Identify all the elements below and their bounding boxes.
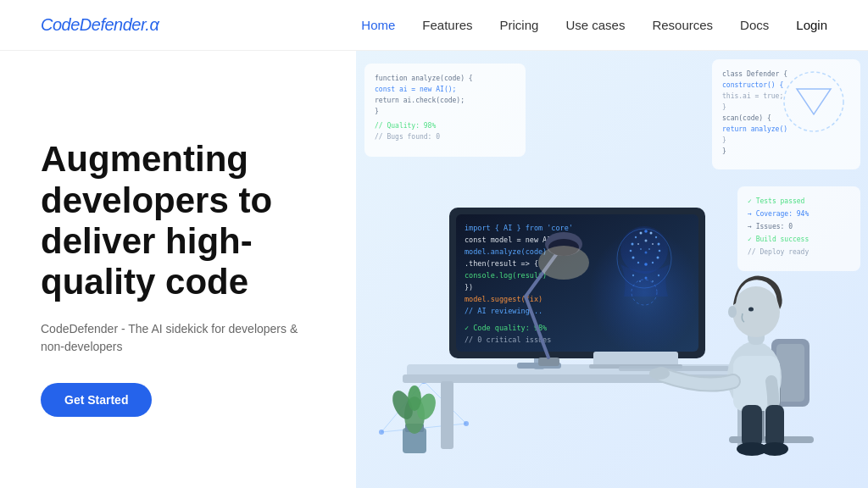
svg-point-95 xyxy=(649,368,670,380)
svg-rect-33 xyxy=(441,381,453,449)
logo-alpha: α xyxy=(149,15,159,34)
hero-svg: function analyze(code) { const ai = new … xyxy=(356,51,868,488)
svg-point-103 xyxy=(761,442,788,456)
svg-text:function analyze(code) {: function analyze(code) { xyxy=(375,75,473,82)
svg-rect-101 xyxy=(765,405,784,447)
svg-point-28 xyxy=(379,430,384,435)
svg-point-74 xyxy=(645,277,648,280)
svg-text:class Defender {: class Defender { xyxy=(722,70,787,78)
svg-point-98 xyxy=(728,306,737,318)
svg-point-54 xyxy=(640,232,643,235)
hero-content: Augmenting developers to deliver high-qu… xyxy=(0,51,356,488)
svg-text:}: } xyxy=(375,108,379,115)
nav-item-pricing[interactable]: Pricing xyxy=(500,18,539,32)
svg-text:}): }) xyxy=(465,283,473,291)
svg-text:import { AI } from 'core': import { AI } from 'core' xyxy=(465,224,573,232)
svg-text:// Quality: 98%: // Quality: 98% xyxy=(375,122,436,130)
logo[interactable]: CodeDefender.α xyxy=(41,15,159,35)
svg-point-65 xyxy=(630,250,632,252)
svg-point-57 xyxy=(655,236,657,238)
svg-point-63 xyxy=(637,262,639,263)
svg-text:model.suggest(fix): model.suggest(fix) xyxy=(465,295,542,303)
svg-point-52 xyxy=(632,243,634,246)
svg-text:.then(result => {: .then(result => { xyxy=(465,259,538,268)
svg-point-67 xyxy=(645,240,648,242)
svg-text:scan(code) {: scan(code) { xyxy=(722,114,771,122)
svg-text:console.log(result): console.log(result) xyxy=(465,271,547,280)
nav-item-features[interactable]: Features xyxy=(422,18,472,32)
svg-point-60 xyxy=(657,257,659,259)
svg-text:const ai = new AI();: const ai = new AI(); xyxy=(375,86,456,93)
header: CodeDefender.α Home Features Pricing Use… xyxy=(0,0,868,51)
svg-text:→ Issues: 0: → Issues: 0 xyxy=(748,223,793,230)
main-nav: Home Features Pricing Use cases Resource… xyxy=(361,18,827,32)
svg-point-30 xyxy=(464,421,469,426)
svg-point-51 xyxy=(620,226,668,274)
svg-point-69 xyxy=(640,248,642,250)
svg-text:→ Coverage: 94%: → Coverage: 94% xyxy=(748,210,809,218)
svg-text:✓ Build success: ✓ Build success xyxy=(748,236,809,243)
svg-point-70 xyxy=(648,248,650,250)
nav-item-home[interactable]: Home xyxy=(361,18,395,32)
svg-point-66 xyxy=(637,243,639,245)
svg-point-109 xyxy=(408,385,421,411)
svg-point-72 xyxy=(632,274,634,276)
svg-point-56 xyxy=(650,232,653,235)
svg-rect-80 xyxy=(619,366,729,371)
svg-text:// Deploy ready: // Deploy ready xyxy=(748,248,809,256)
svg-point-61 xyxy=(652,262,654,263)
svg-text:constructor() {: constructor() { xyxy=(722,81,783,89)
svg-point-58 xyxy=(658,243,660,246)
svg-point-55 xyxy=(644,230,648,233)
svg-text:}: } xyxy=(722,147,726,155)
get-started-button[interactable]: Get Started xyxy=(41,383,152,417)
svg-text:// Bugs found: 0: // Bugs found: 0 xyxy=(375,133,440,141)
nav-item-login[interactable]: Login xyxy=(796,18,827,32)
svg-text:model.analyze(code): model.analyze(code) xyxy=(465,247,547,256)
svg-text:}: } xyxy=(722,103,726,111)
svg-point-62 xyxy=(644,263,648,266)
hero-subtitle: CodeDefender - The AI sidekick for devel… xyxy=(41,320,315,356)
svg-point-73 xyxy=(639,280,641,282)
svg-text:return analyze(): return analyze() xyxy=(722,125,787,133)
svg-point-71 xyxy=(645,252,648,254)
svg-point-75 xyxy=(652,280,654,282)
svg-point-97 xyxy=(732,286,780,337)
svg-point-99 xyxy=(748,308,754,312)
svg-rect-100 xyxy=(742,405,762,447)
svg-point-64 xyxy=(632,257,635,259)
svg-text:✓ Tests passed: ✓ Tests passed xyxy=(748,197,805,205)
hero-title: Augmenting developers to deliver high-qu… xyxy=(41,139,315,302)
svg-point-53 xyxy=(635,236,637,238)
svg-point-76 xyxy=(658,274,659,276)
svg-text:return ai.check(code);: return ai.check(code); xyxy=(375,97,465,104)
svg-text:}: } xyxy=(722,136,726,144)
svg-text:// 0 critical issues: // 0 critical issues xyxy=(465,336,551,344)
logo-text: CodeDefender. xyxy=(41,15,149,34)
svg-point-86 xyxy=(538,246,589,280)
nav-item-use-cases[interactable]: Use cases xyxy=(565,18,625,32)
hero-illustration: function analyze(code) { const ai = new … xyxy=(356,51,868,488)
nav-item-resources[interactable]: Resources xyxy=(652,18,713,32)
svg-text:this.ai = true;: this.ai = true; xyxy=(722,92,783,100)
nav-item-docs[interactable]: Docs xyxy=(740,18,769,32)
svg-point-68 xyxy=(652,243,654,245)
svg-point-59 xyxy=(659,250,661,252)
hero-section: Augmenting developers to deliver high-qu… xyxy=(0,51,868,488)
